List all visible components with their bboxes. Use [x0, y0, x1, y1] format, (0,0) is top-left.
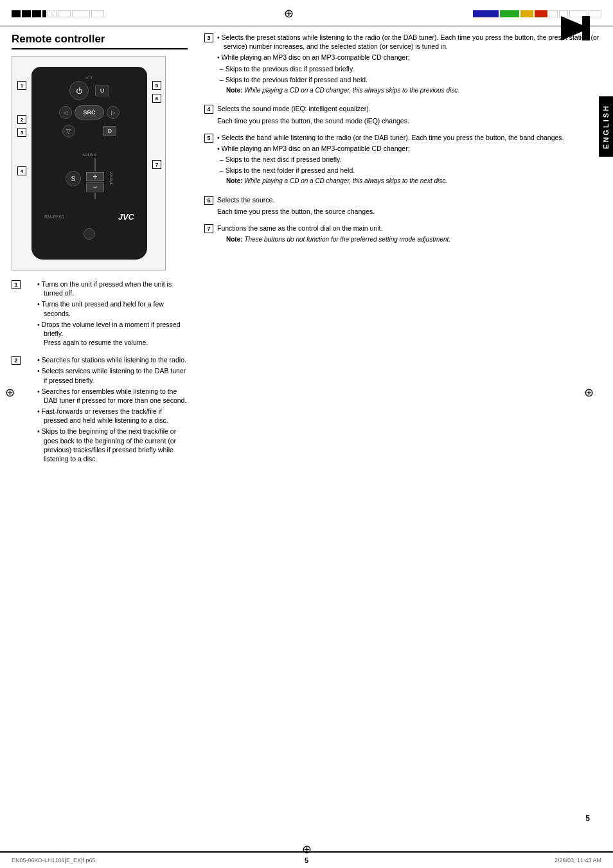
remote-image: 1 2 3 4 5 6 7 ATT ⏻ U ◁ SRC ▷: [12, 56, 166, 270]
item2-bullet1: Searches for stations while listening to…: [37, 355, 188, 364]
d-button[interactable]: D: [103, 126, 117, 136]
item2-bullet4: Fast-forwards or reverses the track/file…: [37, 407, 188, 425]
vol-up-button[interactable]: +: [86, 172, 104, 181]
badge-7: 7: [204, 224, 213, 233]
item6-text2: Each time you press the button, the sour…: [217, 207, 375, 216]
desc-item-2: 2 Searches for stations while listening …: [12, 355, 188, 465]
down-button[interactable]: ▽: [62, 125, 75, 137]
bottom-indicator: [84, 228, 95, 240]
item3-bullet1: Selects the preset stations while listen…: [217, 33, 601, 51]
bottom-crosshair: ⊕: [302, 842, 312, 856]
sound-label: SOUND: [42, 153, 137, 157]
language-tab: ENGLISH: [599, 96, 613, 157]
item3-bullet2: While playing an MP3 disc on an MP3-comp…: [217, 53, 601, 62]
item7-note: Note: These buttons do not function for …: [217, 235, 450, 244]
brand-label: JVC: [118, 212, 134, 222]
s-button[interactable]: S: [66, 171, 81, 186]
item1-bullet3: Drops the volume level in a moment if pr…: [37, 320, 188, 348]
desc-item-5: 5 Selects the band while listening to th…: [204, 133, 601, 188]
src-button[interactable]: SRC: [75, 105, 103, 120]
item3-dash2: Skips to the previous folder if pressed …: [217, 75, 601, 84]
num-label-6: 6: [152, 94, 161, 103]
power-button[interactable]: ⏻: [69, 81, 89, 100]
desc-item-3: 3 Selects the preset stations while list…: [204, 33, 601, 96]
desc-item-4: 4 Selects the sound mode (iEQ: intellige…: [204, 104, 601, 125]
item1-bullet2: Turns the unit pressed and held for a fe…: [37, 299, 188, 317]
item4-text1: Selects the sound mode (iEQ: intelligent…: [217, 104, 409, 113]
item4-text2: Each time you press the button, the soun…: [217, 116, 409, 125]
footer-left: EN05-06KD-LH1101[E_EX]f.p65: [12, 857, 305, 864]
item5-note: Note: While playing a CD on a CD changer…: [217, 177, 564, 186]
num-label-4: 4: [17, 166, 26, 175]
desc-item-1: 1 Turns on the unit if pressed when the …: [12, 279, 188, 349]
left-crosshair: ⊕: [5, 385, 15, 400]
left-deco-bar: [12, 10, 104, 17]
item5-bullet2: While playing an MP3 disc on an MP3-comp…: [217, 144, 564, 153]
item5-dash1: Skips to the next disc if pressed briefl…: [217, 155, 564, 164]
num-label-2: 2: [17, 115, 26, 124]
page-title: Remote controller: [12, 33, 188, 49]
badge-1: 1: [12, 280, 21, 289]
badge-4: 4: [204, 105, 213, 114]
u-button[interactable]: U: [95, 85, 109, 96]
item6-text1: Selects the source.: [217, 195, 375, 204]
desc-item-6: 6 Selects the source. Each time you pres…: [204, 195, 601, 216]
item7-text1: Functions the same as the control dial o…: [217, 224, 450, 233]
model-label: RM-RK60: [44, 215, 64, 219]
badge-3: 3: [204, 33, 213, 42]
footer-right: 2/26/03, 11:43 AM: [308, 857, 601, 864]
vol-down-button[interactable]: −: [86, 182, 104, 191]
item3-note: Note: While playing a CD on a CD changer…: [217, 86, 601, 95]
item3-dash1: Skips to the previous disc if pressed br…: [217, 64, 601, 73]
page-number: 5: [585, 814, 590, 823]
item2-bullet3: Searches for ensembles while listening t…: [37, 387, 188, 405]
badge-6: 6: [204, 196, 213, 205]
item1-bullet1: Turns on the unit if pressed when the un…: [37, 279, 188, 297]
badge-2: 2: [12, 356, 21, 365]
r-button[interactable]: ◁: [59, 106, 72, 119]
num-label-5: 5: [152, 81, 161, 90]
num-label-1: 1: [17, 81, 26, 90]
vol-label: VOLUME: [109, 172, 113, 185]
num-label-3: 3: [17, 128, 26, 137]
right-crosshair: ⊕: [584, 385, 594, 400]
center-crosshair: ⊕: [284, 6, 294, 21]
item2-bullet2: Selects services while listening to the …: [37, 366, 188, 384]
item2-bullet5: Skips to the beginning of the next track…: [37, 427, 188, 463]
item5-bullet1: Selects the band while listening to the …: [217, 133, 564, 142]
num-label-7: 7: [152, 160, 161, 169]
f-button[interactable]: ▷: [107, 106, 120, 119]
desc-item-7: 7 Functions the same as the control dial…: [204, 224, 601, 246]
item5-dash2: Skips to the next folder if pressed and …: [217, 166, 564, 175]
att-label: ATT: [42, 76, 137, 80]
badge-5: 5: [204, 134, 213, 143]
